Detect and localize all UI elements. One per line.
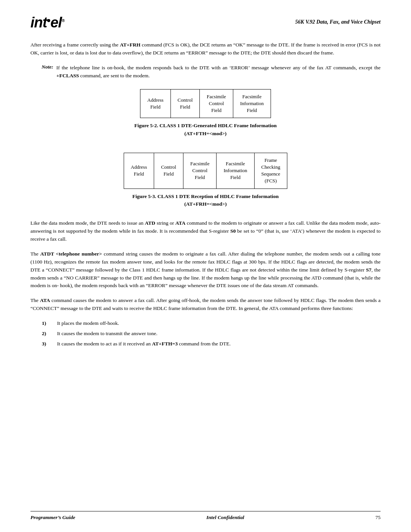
figure-1-container: AddressField ControlField FacsimileContr… xyxy=(30,89,381,145)
table2-cell-fax-info: FacsimileInformationField xyxy=(217,153,254,189)
list-num-3: 3) xyxy=(42,340,57,348)
figure-2-container: AddressField ControlField FacsimileContr… xyxy=(30,153,381,216)
table2-cell-fax-control: FacsimileControlField xyxy=(183,153,217,189)
registered-mark: ® xyxy=(62,18,64,23)
list-item-2: 2) It causes the modem to transmit the a… xyxy=(42,330,381,338)
list-item-3: 3) It causes the modem to act as if it r… xyxy=(42,340,381,348)
list-content-1: It places the modem off-hook. xyxy=(57,320,381,328)
table2-cell-control: ControlField xyxy=(154,153,183,189)
paragraph-2: Like the data modem mode, the DTE needs … xyxy=(30,219,381,243)
paragraph-1: After receiving a frame correctly using … xyxy=(30,41,381,57)
table2-cell-address: AddressField xyxy=(124,153,154,189)
list-items: 1) It places the modem off-hook. 2) It c… xyxy=(42,320,381,348)
page-header: intel® 56K V.92 Data, Fax, and Voice Chi… xyxy=(30,15,381,30)
figure-1-table: AddressField ControlField FacsimileContr… xyxy=(140,89,271,118)
figure-2-caption: Figure 5-3. CLASS 1 DTE Reception of HDL… xyxy=(132,193,279,208)
table1-cell-fax-info: FacsimileInformationField xyxy=(233,89,271,118)
list-item-1: 1) It places the modem off-hook. xyxy=(42,320,381,328)
logo-text: intel xyxy=(30,14,62,30)
table1-cell-control: ControlField xyxy=(170,89,200,118)
table1-cell-fax-control: FacsimileControlField xyxy=(200,89,233,118)
list-content-3: It causes the modem to act as if it rece… xyxy=(57,340,381,348)
paragraph-4: The ATA command causes the modem to answ… xyxy=(30,297,381,313)
note-text: If the telephone line is on-hook, the mo… xyxy=(56,64,381,80)
footer-programmers-guide: Programmer’s Guide xyxy=(30,514,75,521)
table2-cell-fcs: FrameCheckingSequence(FCS) xyxy=(254,153,287,189)
note-label: Note: xyxy=(30,64,53,80)
main-content: After receiving a frame correctly using … xyxy=(30,41,381,348)
figure-2-table: AddressField ControlField FacsimileContr… xyxy=(124,153,288,189)
table1-cell-address: AddressField xyxy=(140,89,171,118)
note-section: Note: If the telephone line is on-hook, … xyxy=(30,64,381,80)
page-footer: Programmer’s Guide Intel Confidential 75 xyxy=(30,511,381,521)
footer-page-number: 75 xyxy=(376,514,381,521)
header-title: 56K V.92 Data, Fax, and Voice Chipset xyxy=(295,15,381,25)
list-content-2: It causes the modem to transmit the answ… xyxy=(57,330,381,338)
paragraph-3: The ATDT <telephone number> command stri… xyxy=(30,250,381,290)
intel-logo: intel® xyxy=(30,15,64,30)
list-num-1: 1) xyxy=(42,320,57,328)
list-num-2: 2) xyxy=(42,330,57,338)
footer-confidential: Intel Confidential xyxy=(206,514,244,521)
figure-1-caption: Figure 5-2. CLASS 1 DTE-Generated HDLC F… xyxy=(134,122,277,137)
